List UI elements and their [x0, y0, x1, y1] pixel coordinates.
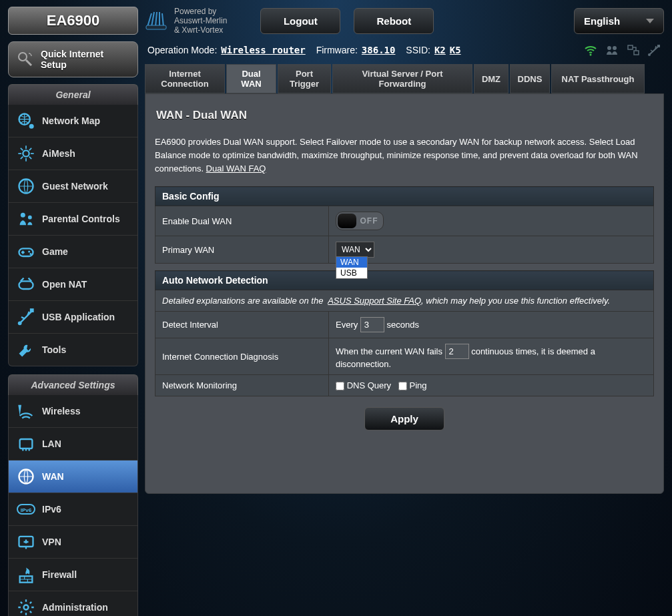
usb-icon: [17, 309, 35, 325]
wan-icon: [17, 469, 35, 485]
usb-status-icon[interactable]: [648, 44, 661, 56]
svg-point-21: [590, 54, 592, 56]
router-icon: [143, 11, 170, 31]
logout-button[interactable]: Logout: [260, 8, 340, 34]
svg-rect-24: [628, 45, 633, 49]
quick-internet-setup[interactable]: Quick InternetSetup: [8, 41, 138, 77]
guest-network-icon: [17, 178, 35, 194]
parental-icon: [17, 211, 35, 227]
connection-diagnosis-label: Internet Connection Diagnosis: [155, 338, 329, 375]
firewall-icon: [17, 567, 35, 583]
vpn-icon: [17, 534, 35, 550]
operation-mode-link[interactable]: Wireless router: [221, 45, 305, 55]
enable-dual-wan-toggle[interactable]: OFF: [336, 212, 384, 230]
wireless-icon: [17, 403, 35, 419]
tab-virtual-server[interactable]: Virtual Server / Port Forwarding: [332, 64, 472, 93]
sidebar-item-aimesh[interactable]: AiMesh: [9, 137, 137, 170]
sidebar-item-game[interactable]: Game: [9, 236, 137, 268]
sidebar-item-label: USB Application: [42, 312, 115, 322]
svg-rect-14: [20, 439, 33, 448]
sidebar-item-label: IPv6: [42, 504, 61, 515]
sidebar-item-parental-controls[interactable]: Parental Controls: [9, 203, 137, 236]
svg-point-9: [28, 250, 30, 252]
network-monitoring-label: Network Monitoring: [155, 375, 329, 396]
svg-point-10: [29, 253, 31, 255]
sidebar-item-firewall[interactable]: Firewall: [9, 559, 137, 591]
sidebar-item-vpn[interactable]: VPN: [9, 526, 137, 559]
tab-dual-wan[interactable]: Dual WAN: [226, 64, 276, 93]
globe-map-icon: [17, 113, 35, 129]
basic-config-header: Basic Config: [155, 187, 654, 206]
svg-point-6: [21, 213, 25, 218]
dual-wan-faq-link[interactable]: Dual WAN FAQ: [206, 164, 266, 174]
sidebar-item-label: Administration: [42, 602, 108, 613]
sidebar-item-label: AiMesh: [42, 148, 75, 159]
svg-rect-11: [19, 281, 33, 289]
wifi-status-icon[interactable]: [584, 44, 597, 56]
primary-wan-select[interactable]: WAN: [336, 242, 374, 258]
svg-point-26: [648, 53, 651, 56]
tab-port-trigger[interactable]: Port Trigger: [278, 64, 331, 93]
svg-point-20: [24, 605, 29, 610]
toggle-state: OFF: [356, 216, 382, 226]
language-label: English: [584, 15, 620, 27]
chevron-down-icon: [646, 19, 654, 23]
svg-point-4: [23, 150, 29, 156]
quick-setup-icon: [17, 51, 34, 68]
sidebar-item-wan[interactable]: WAN: [9, 460, 137, 493]
sidebar-item-tools[interactable]: Tools: [9, 334, 137, 366]
ssid-2-link[interactable]: K5: [450, 45, 461, 55]
sidebar-item-wireless[interactable]: Wireless: [9, 395, 137, 428]
menu-header-general: General: [8, 84, 138, 105]
diagnosis-count-input[interactable]: [445, 344, 469, 359]
svg-rect-27: [657, 45, 660, 47]
brand-model: EA6900: [8, 7, 138, 35]
apply-button[interactable]: Apply: [364, 407, 444, 430]
sidebar-item-label: Wireless: [42, 406, 80, 416]
primary-wan-option-usb[interactable]: USB: [336, 268, 367, 278]
tab-ddns[interactable]: DDNS: [510, 64, 550, 93]
sidebar-item-guest-network[interactable]: Guest Network: [9, 170, 137, 203]
asus-support-faq-link[interactable]: ASUS Support Site FAQ: [328, 296, 421, 306]
tab-nat-passthrough[interactable]: NAT Passthrough: [551, 64, 645, 93]
svg-point-22: [607, 46, 611, 50]
language-dropdown[interactable]: English: [574, 8, 664, 34]
ssid-1-link[interactable]: K2: [434, 45, 446, 55]
sidebar-item-usb-application[interactable]: USB Application: [9, 301, 137, 334]
ping-checkbox[interactable]: [398, 382, 407, 390]
ipv6-icon: IPv6: [17, 501, 35, 517]
reboot-button[interactable]: Reboot: [354, 8, 434, 34]
svg-point-3: [29, 124, 34, 129]
enable-dual-wan-label: Enable Dual WAN: [155, 206, 329, 236]
tab-internet-connection[interactable]: Internet Connection: [145, 64, 225, 93]
lan-status-icon[interactable]: [627, 44, 640, 56]
dns-query-checkbox[interactable]: [336, 382, 344, 390]
sidebar-item-label: Parental Controls: [42, 214, 120, 224]
sidebar-item-administration[interactable]: Administration: [9, 591, 137, 616]
mesh-icon: [17, 145, 35, 162]
svg-rect-13: [30, 308, 34, 312]
primary-wan-dropdown-list: WAN USB: [336, 256, 368, 279]
detect-interval-label: Detect Interval: [155, 312, 329, 338]
tab-dmz[interactable]: DMZ: [474, 64, 509, 93]
svg-rect-0: [146, 25, 166, 29]
detect-interval-input[interactable]: [360, 317, 384, 332]
primary-wan-label: Primary WAN: [155, 236, 329, 264]
sidebar-item-label: Network Map: [42, 115, 100, 126]
firmware-link[interactable]: 386.10: [362, 45, 396, 55]
clients-status-icon[interactable]: [605, 44, 619, 56]
status-bar: Operation Mode: Wireless router Firmware…: [147, 44, 664, 56]
sidebar-item-ipv6[interactable]: IPv6 IPv6: [9, 493, 137, 526]
sidebar-item-label: Game: [42, 246, 68, 257]
toggle-knob: [338, 214, 356, 228]
sidebar-item-network-map[interactable]: Network Map: [9, 105, 137, 137]
sidebar-item-lan[interactable]: LAN: [9, 428, 137, 460]
dns-query-option[interactable]: DNS Query: [336, 380, 391, 390]
auto-network-description: Detailed explanations are available on t…: [155, 290, 654, 312]
sidebar-item-label: Open NAT: [42, 279, 87, 290]
sidebar-item-label: VPN: [42, 537, 61, 547]
sidebar-item-open-nat[interactable]: Open NAT: [9, 268, 137, 301]
primary-wan-option-wan[interactable]: WAN: [336, 257, 367, 268]
lan-icon: [17, 436, 35, 452]
ping-option[interactable]: Ping: [398, 380, 427, 390]
